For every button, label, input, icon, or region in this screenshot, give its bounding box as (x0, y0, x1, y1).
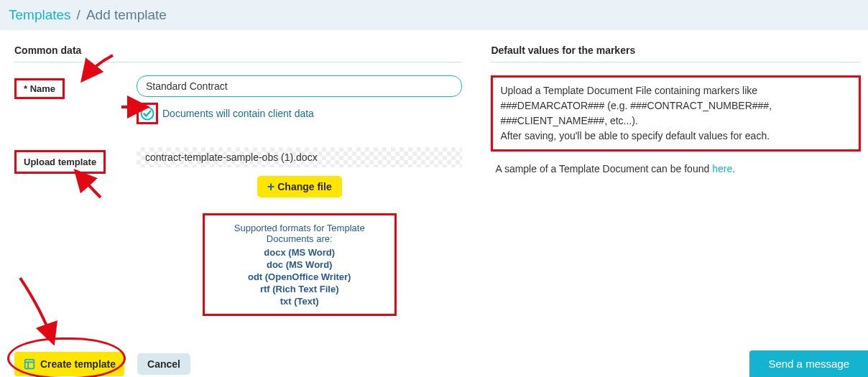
markers-sample-line: A sample of a Template Document can be f… (491, 162, 861, 177)
format-item: rtf (Rich Text File) (211, 284, 389, 294)
template-icon (23, 358, 36, 371)
upload-label: Upload template (14, 150, 106, 174)
formats-intro: Supported formats for Template Documents… (211, 223, 389, 244)
breadcrumb-separator: / (77, 7, 80, 23)
format-item: odt (OpenOffice Writer) (211, 271, 389, 282)
section-title-common: Common data (14, 45, 462, 56)
clientdata-row: Documents will contain client data (137, 103, 462, 124)
svg-rect-1 (25, 360, 34, 369)
section-divider (14, 62, 462, 62)
markers-info-line1: Upload a Template Document File containi… (500, 83, 851, 129)
change-file-button[interactable]: + Change file (257, 176, 342, 197)
clientdata-label: Documents will contain client data (162, 108, 314, 119)
clientdata-highlight (137, 103, 158, 124)
markers-info-line2: After saving, you'll be able to specify … (500, 129, 851, 144)
sample-prefix: A sample of a Template Document can be f… (495, 163, 712, 174)
row-name: * Name Documents will contain client (14, 75, 462, 134)
sample-link[interactable]: here (712, 163, 732, 174)
format-item: doc (MS Word) (211, 259, 389, 270)
create-template-button[interactable]: Create template (14, 352, 124, 376)
clientdata-checkbox[interactable] (140, 106, 154, 121)
uploaded-filename[interactable]: contract-template-sample-obs (1).docx (137, 147, 462, 167)
section-divider (491, 62, 861, 62)
format-item: docx (MS Word) (211, 247, 389, 258)
change-file-label: Change file (277, 181, 331, 192)
sample-suffix: . (732, 163, 735, 174)
supported-formats-box: Supported formats for Template Documents… (203, 213, 397, 316)
breadcrumb-current: Add template (86, 7, 167, 23)
row-upload: Upload template contract-template-sample… (14, 147, 462, 316)
breadcrumb: Templates / Add template (0, 0, 868, 30)
annotation-arrow-upload (72, 169, 104, 203)
chat-tab[interactable]: Send a message (749, 350, 868, 377)
create-template-label: Create template (40, 358, 116, 370)
cancel-button[interactable]: Cancel (137, 353, 190, 375)
format-item: txt (Text) (211, 296, 389, 307)
breadcrumb-templates[interactable]: Templates (9, 7, 71, 23)
action-row: Create template Cancel (14, 352, 462, 376)
name-label: * Name (14, 78, 65, 99)
common-data-panel: Common data * Name (7, 45, 462, 376)
name-input[interactable] (137, 75, 462, 97)
markers-infobox: Upload a Template Document File containi… (491, 75, 861, 152)
checkbox-checked-icon (140, 106, 154, 121)
section-title-markers: Default values for the markers (491, 45, 861, 56)
markers-panel: Default values for the markers Upload a … (491, 45, 861, 376)
